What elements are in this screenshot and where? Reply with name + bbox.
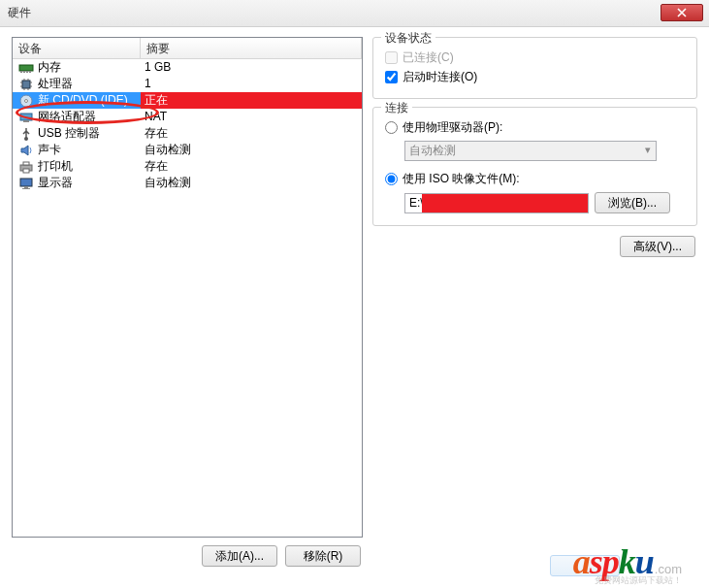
device-summary: 1 GB <box>141 59 362 76</box>
list-body: 内存1 GB处理器1新 CD/DVD (IDE)正在网络适配器NATUSB 控制… <box>13 59 362 537</box>
cd-icon <box>18 93 34 109</box>
titlebar: 硬件 <box>0 0 709 27</box>
device-list: 设备 摘要 内存1 GB处理器1新 CD/DVD (IDE)正在网络适配器NAT… <box>12 37 363 538</box>
svg-rect-17 <box>23 120 29 122</box>
left-button-bar: 添加(A)... 移除(R) <box>12 538 363 567</box>
svg-rect-4 <box>29 71 31 73</box>
device-label: 声卡 <box>38 142 141 158</box>
advanced-button[interactable]: 高级(V)... <box>620 236 695 257</box>
device-summary: 正在 <box>141 92 362 109</box>
device-summary: 自动检测 <box>141 175 362 191</box>
close-button[interactable] <box>661 4 703 21</box>
device-label: 显示器 <box>38 175 141 191</box>
table-row[interactable]: 处理器1 <box>13 76 362 92</box>
table-row[interactable]: 打印机存在 <box>13 158 362 175</box>
svg-point-18 <box>24 137 28 141</box>
watermark-sub: 免费网站源码下载站！ <box>595 574 682 587</box>
connect-at-power-row[interactable]: 启动时连接(O) <box>385 67 685 86</box>
memory-icon <box>18 60 34 76</box>
status-legend: 设备状态 <box>381 30 435 47</box>
display-icon <box>18 176 34 191</box>
device-label: 网络适配器 <box>38 109 141 125</box>
content-area: 设备 摘要 内存1 GB处理器1新 CD/DVD (IDE)正在网络适配器NAT… <box>0 27 709 571</box>
remove-button[interactable]: 移除(R) <box>285 545 361 567</box>
printer-icon <box>18 159 34 175</box>
use-physical-label: 使用物理驱动器(P): <box>403 119 502 136</box>
svg-rect-3 <box>26 71 28 73</box>
svg-rect-0 <box>19 65 33 71</box>
advanced-row: 高级(V)... <box>372 234 697 257</box>
use-iso-label: 使用 ISO 映像文件(M): <box>403 171 520 187</box>
table-row[interactable]: 声卡自动检测 <box>13 142 362 158</box>
connection-legend: 连接 <box>381 100 412 116</box>
table-row[interactable]: USB 控制器存在 <box>13 125 362 142</box>
svg-rect-22 <box>20 179 32 186</box>
svg-rect-5 <box>22 81 30 88</box>
connected-checkbox <box>385 51 398 64</box>
svg-rect-20 <box>23 162 29 165</box>
usb-icon <box>18 126 34 142</box>
svg-point-15 <box>25 99 28 102</box>
physical-select-wrap <box>404 141 657 161</box>
table-row[interactable]: 网络适配器NAT <box>13 109 362 125</box>
close-icon <box>677 8 687 17</box>
device-summary: 自动检测 <box>141 142 362 158</box>
connected-label: 已连接(C) <box>403 49 454 66</box>
iso-input-wrap <box>404 193 589 213</box>
table-row[interactable]: 内存1 GB <box>13 59 362 76</box>
redaction-overlay <box>422 194 588 212</box>
device-label: USB 控制器 <box>38 125 141 142</box>
svg-rect-16 <box>20 114 32 120</box>
device-label: 打印机 <box>38 158 141 175</box>
cpu-icon <box>18 77 34 92</box>
device-summary: NAT <box>141 109 362 125</box>
connected-checkbox-row: 已连接(C) <box>385 48 685 67</box>
use-physical-radio[interactable] <box>385 121 398 134</box>
left-panel: 设备 摘要 内存1 GB处理器1新 CD/DVD (IDE)正在网络适配器NAT… <box>12 37 363 567</box>
use-iso-row[interactable]: 使用 ISO 映像文件(M): <box>385 169 685 188</box>
table-row[interactable]: 显示器自动检测 <box>13 175 362 191</box>
device-label: 新 CD/DVD (IDE) <box>38 92 141 109</box>
connection-group: 连接 使用物理驱动器(P): 使用 ISO 映像文件(M): <box>372 107 697 226</box>
use-physical-row[interactable]: 使用物理驱动器(P): <box>385 117 685 137</box>
column-device[interactable]: 设备 <box>13 38 141 58</box>
svg-rect-24 <box>22 188 30 189</box>
svg-rect-21 <box>23 169 29 173</box>
list-header: 设备 摘要 <box>13 38 362 59</box>
svg-rect-23 <box>24 186 28 188</box>
add-button[interactable]: 添加(A)... <box>202 545 277 567</box>
browse-button[interactable]: 浏览(B)... <box>595 192 670 213</box>
right-panel: 设备状态 已连接(C) 启动时连接(O) 连接 使用物理驱动器(P): <box>372 37 697 567</box>
table-row[interactable]: 新 CD/DVD (IDE)正在 <box>13 92 362 109</box>
device-summary: 1 <box>141 76 362 92</box>
svg-rect-2 <box>23 71 25 73</box>
svg-rect-1 <box>20 71 22 73</box>
window-title: 硬件 <box>8 5 31 21</box>
device-label: 内存 <box>38 59 141 76</box>
physical-drive-select <box>404 141 657 161</box>
sound-icon <box>18 143 34 158</box>
network-icon <box>18 110 34 125</box>
connect-at-power-label: 启动时连接(O) <box>403 69 477 85</box>
device-label: 处理器 <box>38 76 141 92</box>
device-summary: 存在 <box>141 158 362 175</box>
connect-at-power-checkbox[interactable] <box>385 71 398 83</box>
use-iso-radio[interactable] <box>385 173 398 185</box>
device-status-group: 设备状态 已连接(C) 启动时连接(O) <box>372 37 697 99</box>
column-summary[interactable]: 摘要 <box>141 38 362 58</box>
device-summary: 存在 <box>141 125 362 142</box>
